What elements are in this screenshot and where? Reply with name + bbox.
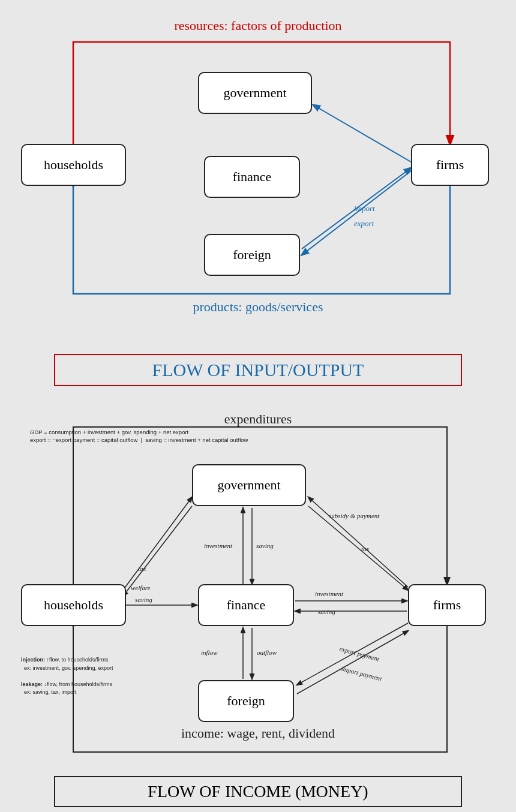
welfare-label: welfare: [131, 584, 151, 591]
svg-line-4: [123, 497, 192, 590]
title2-box: FLOW OF INCOME (MONEY): [54, 776, 462, 807]
inflow-label: inflow: [201, 649, 218, 656]
investment-label: investment: [315, 590, 343, 597]
diagram1-bottom-label: products: goods/services: [12, 299, 504, 315]
svg-line-15: [297, 631, 408, 694]
diagram2-container: expenditures GDP = consumption + investm…: [12, 398, 504, 770]
d1-firms-box: firms: [411, 144, 489, 186]
svg-line-0: [313, 105, 411, 162]
subsidy-label: subsidy & payment: [329, 512, 379, 519]
title1-box: FLOW OF INPUT/OUTPUT: [54, 354, 462, 386]
d2-finance-box: finance: [198, 584, 294, 626]
d1-government-box: government: [198, 72, 312, 114]
saving-firms-label: saving: [318, 608, 335, 615]
d2-government-box: government: [192, 464, 306, 506]
gdp-note: GDP = consumption + investment + gov. sp…: [30, 428, 248, 444]
import-label: import: [354, 204, 375, 213]
d2-firms-box: firms: [408, 584, 486, 626]
page: resources: factors of production: [0, 0, 516, 812]
inv-gov-label: investment: [204, 542, 232, 549]
diagram1-top-label: resources: factors of production: [12, 18, 504, 34]
d1-households-box: households: [21, 144, 126, 186]
d1-finance-box: finance: [204, 156, 300, 198]
injection-leakage-note: injection: ↑flow, to households/firms ex…: [21, 656, 117, 697]
svg-line-5: [123, 506, 192, 596]
import-payment-label: import payment: [341, 664, 383, 682]
export-payment-label: export payment: [339, 645, 380, 662]
saving-hh-label: saving: [135, 596, 152, 603]
tax-hh-label: tax: [138, 565, 146, 572]
d2-foreign-box: foreign: [198, 680, 294, 722]
d2-households-box: households: [21, 584, 126, 626]
diagram1-container: resources: factors of production: [12, 12, 504, 348]
tax-firms-label: tax: [361, 545, 369, 552]
expenditures-label: expenditures: [12, 411, 504, 427]
outflow-label: outflow: [257, 649, 277, 656]
export-label: export: [354, 219, 374, 228]
svg-line-8: [308, 497, 408, 587]
d1-foreign-box: foreign: [204, 234, 300, 276]
sav-gov-label: saving: [256, 542, 274, 549]
income-label: income: wage, rent, dividend: [12, 726, 504, 741]
